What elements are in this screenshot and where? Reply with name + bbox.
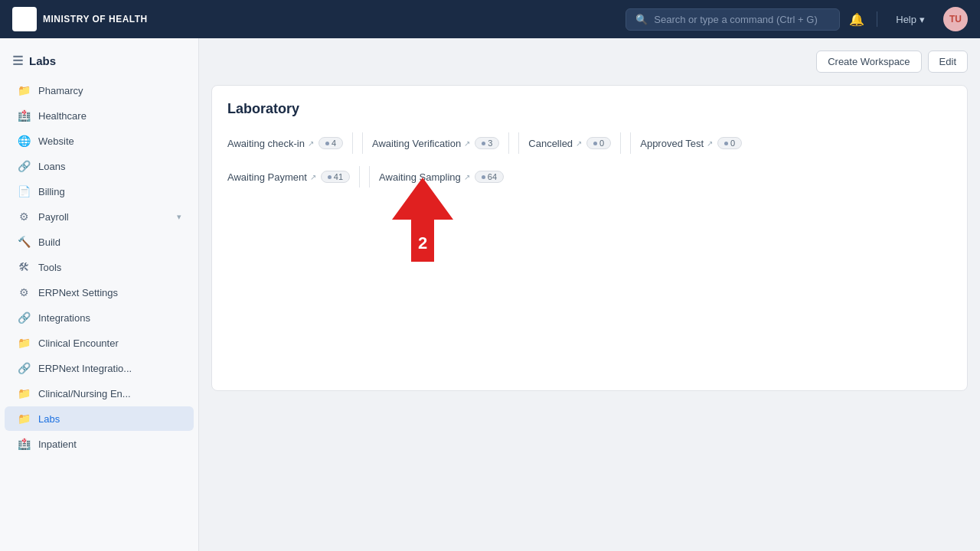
awaiting-checkin-label[interactable]: Awaiting check-in ↗ <box>227 138 314 149</box>
external-link-icon: ↗ <box>464 173 470 181</box>
badge-dot <box>482 175 485 179</box>
sidebar-item-label: Labs <box>38 413 181 425</box>
folder-icon: 📁 <box>17 84 31 96</box>
sidebar-item-clinical-encounter[interactable]: 📁 Clinical Encounter <box>5 331 194 355</box>
sidebar-item-loans[interactable]: 🔗 Loans <box>5 154 194 178</box>
logo-text: MINISTRY OF HEALTH <box>43 14 148 24</box>
annotation-arrow: 2 <box>392 178 453 265</box>
external-link-icon: ↗ <box>707 139 713 148</box>
awaiting-sampling-badge: 64 <box>475 171 504 183</box>
sidebar-item-label: Healthcare <box>38 110 181 122</box>
sidebar-item-label: ERPNext Integratio... <box>38 363 181 374</box>
sidebar-item-label: Build <box>38 236 181 248</box>
content-header: Create Workspace Edit <box>211 51 968 73</box>
sidebar-item-label: Billing <box>38 186 181 197</box>
kanban-divider <box>518 132 519 154</box>
cancelled-label[interactable]: Cancelled ↗ <box>528 138 582 149</box>
logo-area[interactable]: 🏛 MINISTRY OF HEALTH <box>12 7 148 31</box>
sidebar-item-build[interactable]: 🔨 Build <box>5 230 194 254</box>
sidebar-item-label: Integrations <box>38 312 181 324</box>
sidebar-item-erpnext-integration[interactable]: 🔗 ERPNext Integratio... <box>5 356 194 380</box>
billing-icon: 📄 <box>17 185 31 197</box>
sidebar-item-label: ERPNext Settings <box>38 287 181 298</box>
logo-icon: 🏛 <box>12 7 37 31</box>
inpatient-icon: 🏥 <box>17 438 31 450</box>
nursing-icon: 📁 <box>17 387 31 399</box>
sidebar-item-label: Inpatient <box>38 439 181 450</box>
sidebar-item-billing[interactable]: 📄 Billing <box>5 179 194 204</box>
kanban-col-cancelled: Cancelled ↗ 0 <box>528 132 621 154</box>
topnav-actions: 🔔 Help ▾ TU <box>849 7 968 31</box>
awaiting-verification-label[interactable]: Awaiting Verification ↗ <box>372 138 470 149</box>
sidebar-item-erpnext-settings[interactable]: ⚙ ERPNext Settings <box>5 280 194 305</box>
kanban-row-1: Awaiting check-in ↗ 4 Awaiting V <box>227 132 952 154</box>
awaiting-payment-badge: 41 <box>321 171 350 183</box>
workspace-card: Laboratory Awaiting check-in ↗ 4 <box>211 85 968 391</box>
sidebar-item-integrations[interactable]: 🔗 Integrations <box>5 305 194 330</box>
badge-dot <box>724 142 728 145</box>
search-icon: 🔍 <box>635 14 648 25</box>
awaiting-checkin-badge: 4 <box>318 137 343 149</box>
search-bar[interactable]: 🔍 Search or type a command (Ctrl + G) <box>626 8 840 31</box>
labs-icon: 📁 <box>17 412 31 425</box>
approved-test-label[interactable]: Approved Test ↗ <box>640 138 713 149</box>
nav-divider <box>877 11 877 27</box>
clinical-icon: 📁 <box>17 337 31 349</box>
main-layout: ☰ Labs 📁 Phamarcy 🏥 Healthcare 🌐 Website… <box>0 38 980 551</box>
avatar-initials: TU <box>949 14 962 24</box>
sidebar-header: ☰ Labs <box>0 44 198 77</box>
badge-dot <box>482 142 485 145</box>
website-icon: 🌐 <box>17 135 31 147</box>
erpnext-icon: 🔗 <box>17 362 31 374</box>
settings-icon: ⚙ <box>17 286 31 298</box>
sidebar-title: Labs <box>29 54 56 67</box>
sidebar-item-label: Tools <box>38 262 181 273</box>
sidebar-item-tools[interactable]: 🛠 Tools <box>5 255 194 279</box>
chevron-right-icon: ▾ <box>177 212 181 222</box>
arrow-svg: 2 <box>392 178 453 262</box>
kanban-divider <box>369 166 370 187</box>
sidebar-item-website[interactable]: 🌐 Website <box>5 129 194 153</box>
healthcare-icon: 🏥 <box>17 109 31 122</box>
annotation-number: 2 <box>418 233 427 253</box>
sidebar-item-healthcare[interactable]: 🏥 Healthcare <box>5 103 194 128</box>
sidebar-item-inpatient[interactable]: 🏥 Inpatient <box>5 432 194 456</box>
external-link-icon: ↗ <box>310 173 316 181</box>
chevron-down-icon: ▾ <box>920 14 925 25</box>
sidebar-item-label: Clinical Encounter <box>38 337 181 349</box>
help-button[interactable]: Help ▾ <box>890 11 931 28</box>
kanban-divider <box>630 132 631 154</box>
workspace-title: Laboratory <box>227 101 952 117</box>
awaiting-verification-badge: 3 <box>475 137 499 149</box>
awaiting-payment-label[interactable]: Awaiting Payment ↗ <box>227 171 316 183</box>
sidebar-item-label: Payroll <box>38 211 169 223</box>
kanban-col-awaiting-verification: Awaiting Verification ↗ 3 <box>372 132 509 154</box>
content-area: Create Workspace Edit Laboratory Awaitin… <box>199 38 980 551</box>
kanban-row-2: Awaiting Payment ↗ 41 <box>227 166 952 187</box>
kanban-col-awaiting-payment: Awaiting Payment ↗ 41 <box>227 166 360 187</box>
kanban-col-approved-test: Approved Test ↗ 0 <box>640 132 751 154</box>
external-link-icon: ↗ <box>464 139 470 148</box>
approved-test-badge: 0 <box>717 137 742 149</box>
external-link-icon: ↗ <box>576 139 582 148</box>
sidebar-item-payroll[interactable]: ⚙ Payroll ▾ <box>5 204 194 229</box>
sidebar: ☰ Labs 📁 Phamarcy 🏥 Healthcare 🌐 Website… <box>0 38 199 551</box>
badge-dot <box>325 142 329 145</box>
integrations-icon: 🔗 <box>17 311 31 324</box>
top-navigation: 🏛 MINISTRY OF HEALTH 🔍 Search or type a … <box>0 0 980 38</box>
external-link-icon: ↗ <box>308 139 314 148</box>
bell-icon[interactable]: 🔔 <box>849 12 864 27</box>
sidebar-item-label: Clinical/Nursing En... <box>38 388 181 399</box>
kanban-row-2-wrapper: Awaiting Payment ↗ 41 <box>227 166 952 187</box>
kanban-divider <box>362 132 363 154</box>
payroll-icon: ⚙ <box>17 210 31 223</box>
create-workspace-button[interactable]: Create Workspace <box>816 51 921 73</box>
sidebar-item-clinical-nursing[interactable]: 📁 Clinical/Nursing En... <box>5 381 194 406</box>
sidebar-item-labs[interactable]: 📁 Labs <box>5 406 194 431</box>
badge-dot <box>328 175 332 179</box>
edit-button[interactable]: Edit <box>928 51 968 73</box>
sidebar-item-label: Loans <box>38 161 181 172</box>
cancelled-badge: 0 <box>586 137 611 149</box>
avatar[interactable]: TU <box>943 7 968 31</box>
sidebar-item-pharmacy[interactable]: 📁 Phamarcy <box>5 78 194 103</box>
